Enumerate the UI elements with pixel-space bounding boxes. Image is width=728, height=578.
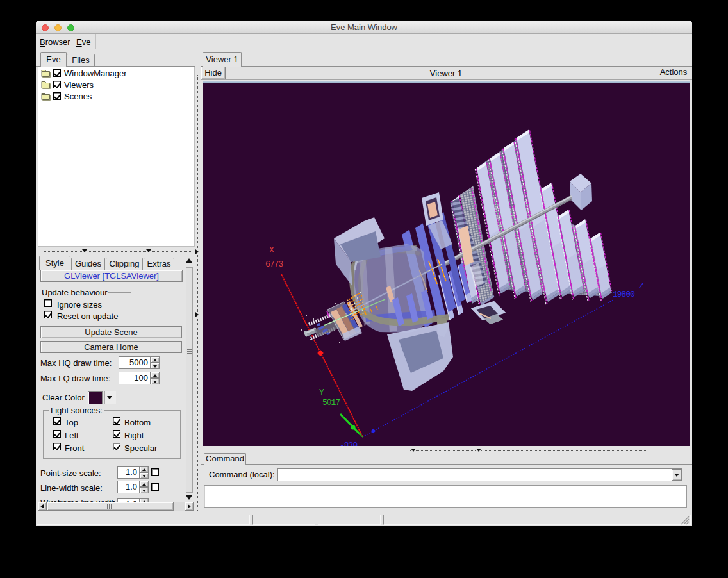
- svg-text:Z: Z: [639, 281, 644, 291]
- svg-text:6773: 6773: [265, 260, 283, 269]
- svg-text:-830: -830: [340, 441, 357, 446]
- svg-text:Y: Y: [319, 388, 324, 397]
- svg-text:19800: 19800: [613, 290, 634, 299]
- svg-text:5017: 5017: [322, 398, 340, 408]
- svg-text:X: X: [269, 245, 274, 255]
